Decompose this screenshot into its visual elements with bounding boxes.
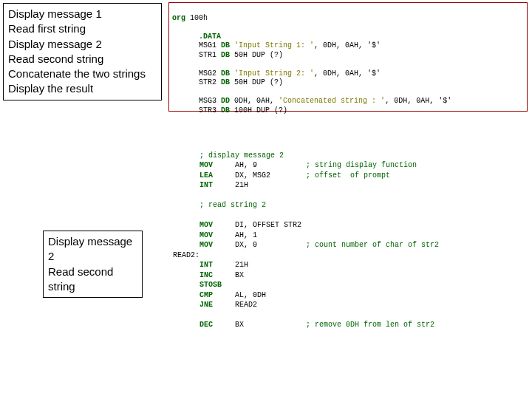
code-label: READ2: <box>173 251 200 259</box>
code-token: DB <box>221 41 230 50</box>
code-token: MSG3 <box>199 97 216 105</box>
code-comment: ; remove 0DH from len of str2 <box>306 321 434 329</box>
pseudocode-line: Display message 2 <box>48 234 137 265</box>
code-token: .DATA <box>199 33 221 41</box>
code-token: 21H <box>235 261 248 269</box>
code-token: MOV <box>200 221 213 229</box>
code-token: STR2 <box>199 78 216 86</box>
code-token: BX <box>235 321 244 329</box>
code-token: DB <box>221 51 230 59</box>
code-data-segment-box: org 100h .DATA MSG1 DB 'Input String 1: … <box>168 2 528 112</box>
code-token: , 0DH, 0AH, '$' <box>314 69 381 78</box>
code-comment: ; string display function <box>306 161 417 169</box>
code-token: DB <box>221 106 230 115</box>
code-token: org <box>172 14 185 22</box>
code-token: 'Concatenated string : ' <box>279 97 385 105</box>
pseudocode-box-full: Display message 1 Read first string Disp… <box>3 3 162 100</box>
code-token: DB <box>221 69 230 78</box>
pseudocode-line: Concatenate the two strings <box>8 66 157 81</box>
code-token: JNE <box>200 301 213 309</box>
code-token: 'Input String 1: ' <box>234 41 314 50</box>
code-token: 50H DUP (?) <box>234 78 283 86</box>
code-token: AL, 0DH <box>235 291 266 299</box>
pseudocode-line: Display the result <box>8 81 157 96</box>
code-comment: ; count number of char of str2 <box>306 241 439 249</box>
code-token: 'Input String 2: ' <box>234 69 314 78</box>
code-token: LEA <box>200 171 213 180</box>
code-token: INC <box>200 271 213 279</box>
code-token: CMP <box>200 291 213 299</box>
code-token: , 0DH, 0AH, '$' <box>314 41 381 50</box>
code-token: STOSB <box>200 281 222 289</box>
code-token: , 0DH, 0AH, '$' <box>385 97 451 105</box>
code-token: INT <box>200 181 213 189</box>
code-token: DEC <box>200 321 213 329</box>
pseudocode-line: Read first string <box>8 21 157 36</box>
code-token: 0DH, 0AH, <box>234 97 279 105</box>
code-body-segment: ; display message 2 MOV AH, 9 ; string d… <box>173 140 528 330</box>
pseudocode-line: Display message 2 <box>8 37 157 52</box>
code-token: MOV <box>200 241 213 249</box>
code-token: DI, OFFSET STR2 <box>235 221 301 229</box>
code-token: DX, 0 <box>235 241 257 249</box>
code-token: MOV <box>200 161 213 169</box>
code-token: 100H DUP (?) <box>234 106 287 115</box>
code-token: STR3 <box>199 106 216 115</box>
pseudocode-box-step: Display message 2 Read second string <box>43 231 143 298</box>
code-token: AH, 1 <box>235 231 257 239</box>
code-token: DB <box>221 78 230 86</box>
code-comment: ; display message 2 <box>200 151 284 160</box>
pseudocode-line: Display message 1 <box>8 7 157 21</box>
code-token: MSG2 <box>199 69 216 78</box>
code-token: 100h <box>190 14 208 22</box>
code-comment: ; read string 2 <box>200 201 266 209</box>
code-token: 50H DUP (?) <box>234 51 283 59</box>
code-token: 21H <box>235 181 248 189</box>
code-comment: ; offset of prompt <box>306 171 390 180</box>
pseudocode-line: Read second string <box>8 52 157 66</box>
pseudocode-line: Read second string <box>48 265 137 295</box>
code-token: MOV <box>200 231 213 239</box>
code-token: INT <box>200 261 213 269</box>
code-token: AH, 9 <box>235 161 257 169</box>
code-token: DD <box>221 97 230 105</box>
code-token: STR1 <box>199 51 216 59</box>
code-token: DX, MSG2 <box>235 171 270 180</box>
code-data-segment: org 100h .DATA MSG1 DB 'Input String 1: … <box>172 4 524 115</box>
code-token: BX <box>235 271 244 279</box>
code-token: READ2 <box>235 301 257 309</box>
code-token: MSG1 <box>199 41 216 50</box>
